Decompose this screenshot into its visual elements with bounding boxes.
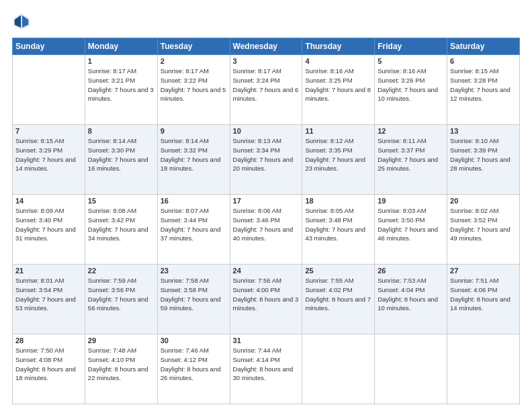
calendar-cell: 6Sunrise: 8:15 AMSunset: 3:28 PMDaylight… [447,55,520,125]
calendar-cell: 26Sunrise: 7:53 AMSunset: 4:04 PMDayligh… [375,265,447,334]
day-number: 11 [305,127,371,135]
day-number: 1 [88,57,154,65]
day-number: 4 [305,57,371,65]
calendar-cell: 27Sunrise: 7:51 AMSunset: 4:06 PMDayligh… [447,265,520,334]
calendar-cell: 5Sunrise: 8:16 AMSunset: 3:26 PMDaylight… [375,55,447,125]
day-number: 13 [450,127,517,135]
day-number: 10 [233,127,300,135]
calendar-cell: 15Sunrise: 8:08 AMSunset: 3:42 PMDayligh… [85,195,157,265]
day-info: Sunrise: 8:15 AMSunset: 3:29 PMDaylight:… [15,136,82,173]
calendar-cell: 28Sunrise: 7:50 AMSunset: 4:08 PMDayligh… [13,334,85,404]
day-number: 8 [88,127,154,135]
day-info: Sunrise: 8:17 AMSunset: 3:22 PMDaylight:… [161,66,227,103]
calendar-cell: 1Sunrise: 8:17 AMSunset: 3:21 PMDaylight… [85,55,157,125]
day-info: Sunrise: 8:05 AMSunset: 3:48 PMDaylight:… [305,206,371,243]
day-info: Sunrise: 8:10 AMSunset: 3:39 PMDaylight:… [450,136,517,173]
logo-icon [12,12,31,31]
calendar-cell: 24Sunrise: 7:56 AMSunset: 4:00 PMDayligh… [230,265,302,334]
calendar-cell: 19Sunrise: 8:03 AMSunset: 3:50 PMDayligh… [375,195,447,265]
calendar-cell: 23Sunrise: 7:58 AMSunset: 3:58 PMDayligh… [157,265,230,334]
day-info: Sunrise: 7:44 AMSunset: 4:14 PMDaylight:… [233,346,300,383]
weekday-header-sunday: Sunday [13,38,85,55]
day-number: 15 [88,197,154,205]
weekday-header-monday: Monday [85,38,157,55]
weekday-header-row: SundayMondayTuesdayWednesdayThursdayFrid… [13,38,520,55]
weekday-header-wednesday: Wednesday [230,38,302,55]
day-info: Sunrise: 8:01 AMSunset: 3:54 PMDaylight:… [15,276,82,313]
day-info: Sunrise: 8:11 AMSunset: 3:37 PMDaylight:… [378,136,444,173]
day-info: Sunrise: 8:12 AMSunset: 3:35 PMDaylight:… [305,136,371,173]
day-info: Sunrise: 7:51 AMSunset: 4:06 PMDaylight:… [450,276,517,313]
day-number: 22 [88,267,154,275]
day-number: 9 [161,127,227,135]
calendar-cell: 21Sunrise: 8:01 AMSunset: 3:54 PMDayligh… [13,265,85,334]
day-info: Sunrise: 8:14 AMSunset: 3:30 PMDaylight:… [88,136,154,173]
day-info: Sunrise: 8:06 AMSunset: 3:46 PMDaylight:… [233,206,300,243]
weekday-header-friday: Friday [375,38,447,55]
day-number: 25 [305,267,371,275]
calendar-cell: 18Sunrise: 8:05 AMSunset: 3:48 PMDayligh… [302,195,375,265]
calendar-cell: 17Sunrise: 8:06 AMSunset: 3:46 PMDayligh… [230,195,302,265]
calendar-cell: 8Sunrise: 8:14 AMSunset: 3:30 PMDaylight… [85,125,157,195]
weekday-header-saturday: Saturday [447,38,520,55]
day-number: 30 [161,336,227,345]
calendar-cell [302,334,375,404]
day-info: Sunrise: 8:15 AMSunset: 3:28 PMDaylight:… [450,66,517,103]
day-number: 26 [378,267,444,275]
day-info: Sunrise: 8:08 AMSunset: 3:42 PMDaylight:… [88,206,154,243]
weekday-header-tuesday: Tuesday [157,38,230,55]
calendar-cell: 7Sunrise: 8:15 AMSunset: 3:29 PMDaylight… [13,125,85,195]
header [12,12,520,31]
day-number: 7 [15,127,82,135]
calendar-table: SundayMondayTuesdayWednesdayThursdayFrid… [12,38,520,404]
day-number: 16 [161,197,227,205]
week-row-5: 28Sunrise: 7:50 AMSunset: 4:08 PMDayligh… [13,334,520,404]
calendar-cell: 4Sunrise: 8:16 AMSunset: 3:25 PMDaylight… [302,55,375,125]
week-row-3: 14Sunrise: 8:09 AMSunset: 3:40 PMDayligh… [13,195,520,265]
day-info: Sunrise: 7:46 AMSunset: 4:12 PMDaylight:… [161,346,227,383]
day-info: Sunrise: 7:59 AMSunset: 3:56 PMDaylight:… [88,276,154,313]
day-info: Sunrise: 7:53 AMSunset: 4:04 PMDaylight:… [378,276,444,313]
day-info: Sunrise: 8:09 AMSunset: 3:40 PMDaylight:… [15,206,82,243]
day-info: Sunrise: 8:07 AMSunset: 3:44 PMDaylight:… [161,206,227,243]
calendar-cell: 9Sunrise: 8:14 AMSunset: 3:32 PMDaylight… [157,125,230,195]
calendar-cell: 31Sunrise: 7:44 AMSunset: 4:14 PMDayligh… [230,334,302,404]
day-info: Sunrise: 8:17 AMSunset: 3:24 PMDaylight:… [233,66,300,103]
calendar-cell [375,334,447,404]
week-row-1: 1Sunrise: 8:17 AMSunset: 3:21 PMDaylight… [13,55,520,125]
day-number: 23 [161,267,227,275]
day-number: 12 [378,127,444,135]
logo [12,12,34,31]
day-number: 20 [450,197,517,205]
day-number: 14 [15,197,82,205]
calendar-cell: 10Sunrise: 8:13 AMSunset: 3:34 PMDayligh… [230,125,302,195]
week-row-2: 7Sunrise: 8:15 AMSunset: 3:29 PMDaylight… [13,125,520,195]
calendar-cell: 30Sunrise: 7:46 AMSunset: 4:12 PMDayligh… [157,334,230,404]
day-number: 18 [305,197,371,205]
weekday-header-thursday: Thursday [302,38,375,55]
day-number: 27 [450,267,517,275]
day-number: 19 [378,197,444,205]
calendar-cell: 2Sunrise: 8:17 AMSunset: 3:22 PMDaylight… [157,55,230,125]
day-info: Sunrise: 8:03 AMSunset: 3:50 PMDaylight:… [378,206,444,243]
calendar-cell: 13Sunrise: 8:10 AMSunset: 3:39 PMDayligh… [447,125,520,195]
day-info: Sunrise: 8:17 AMSunset: 3:21 PMDaylight:… [88,66,154,103]
day-info: Sunrise: 8:13 AMSunset: 3:34 PMDaylight:… [233,136,300,173]
day-number: 28 [15,336,82,345]
calendar-cell: 22Sunrise: 7:59 AMSunset: 3:56 PMDayligh… [85,265,157,334]
calendar-cell [447,334,520,404]
day-info: Sunrise: 7:58 AMSunset: 3:58 PMDaylight:… [161,276,227,313]
day-number: 6 [450,57,517,65]
calendar-cell [13,55,85,125]
day-number: 2 [161,57,227,65]
page: SundayMondayTuesdayWednesdayThursdayFrid… [0,0,532,411]
day-number: 17 [233,197,300,205]
day-info: Sunrise: 8:02 AMSunset: 3:52 PMDaylight:… [450,206,517,243]
day-info: Sunrise: 7:50 AMSunset: 4:08 PMDaylight:… [15,346,82,383]
day-info: Sunrise: 7:48 AMSunset: 4:10 PMDaylight:… [88,346,154,383]
day-number: 3 [233,57,300,65]
calendar-cell: 11Sunrise: 8:12 AMSunset: 3:35 PMDayligh… [302,125,375,195]
calendar-cell: 3Sunrise: 8:17 AMSunset: 3:24 PMDaylight… [230,55,302,125]
calendar-cell: 25Sunrise: 7:55 AMSunset: 4:02 PMDayligh… [302,265,375,334]
calendar-cell: 16Sunrise: 8:07 AMSunset: 3:44 PMDayligh… [157,195,230,265]
